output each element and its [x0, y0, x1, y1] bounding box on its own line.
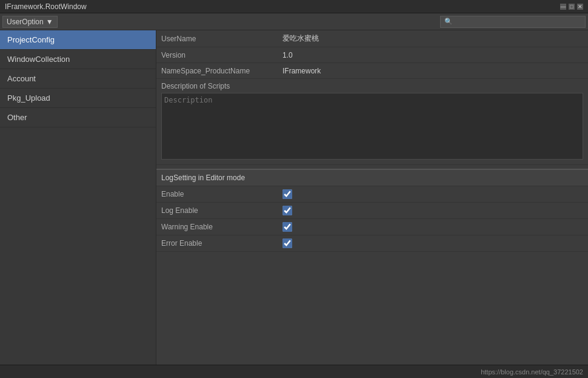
enable-label: Enable	[161, 190, 282, 198]
content-area: UserName 爱吃水蜜桃 Version 1.0 NameSpace_Pro…	[156, 30, 588, 365]
namespace-value: IFramework	[282, 67, 583, 75]
search-input[interactable]	[455, 18, 581, 26]
window-controls: — □ ✕	[560, 4, 583, 10]
log-enable-checkbox-wrapper	[282, 206, 292, 215]
namespace-label: NameSpace_ProductName	[161, 67, 282, 75]
minimize-button[interactable]: —	[560, 4, 566, 10]
username-label: UserName	[161, 35, 282, 43]
sidebar-item-other[interactable]: Other	[0, 108, 156, 127]
description-row: Description of Scripts	[156, 79, 588, 165]
sidebar-item-label: Account	[7, 74, 36, 83]
version-label: Version	[161, 51, 282, 59]
main-layout: ProjectConfig WindowCollection Account P…	[0, 30, 588, 365]
sidebar-item-label: Pkg_Upload	[7, 93, 50, 103]
log-enable-label: Log Enable	[161, 206, 282, 215]
warning-enable-row: Warning Enable	[156, 219, 588, 235]
username-row: UserName 爱吃水蜜桃	[156, 30, 588, 47]
log-section-title: LogSetting in Editor mode	[161, 174, 245, 182]
sidebar-item-label: WindowCollection	[7, 55, 70, 64]
error-enable-label: Error Enable	[161, 239, 282, 248]
warning-enable-checkbox[interactable]	[282, 222, 292, 232]
enable-checkbox-wrapper	[282, 189, 292, 199]
version-row: Version 1.0	[156, 47, 588, 63]
description-label: Description of Scripts	[161, 82, 583, 90]
error-enable-checkbox-wrapper	[282, 238, 292, 248]
enable-row: Enable	[156, 186, 588, 203]
log-enable-row: Log Enable	[156, 203, 588, 219]
sidebar-item-pkg-upload[interactable]: Pkg_Upload	[0, 89, 156, 108]
maximize-button[interactable]: □	[569, 4, 575, 10]
warning-enable-checkbox-wrapper	[282, 222, 292, 232]
dropdown-arrow-icon: ▼	[46, 18, 53, 26]
enable-checkbox[interactable]	[282, 189, 292, 199]
window-title: IFramework.RootWindow	[5, 2, 87, 11]
sidebar-item-project-config[interactable]: ProjectConfig	[0, 30, 156, 50]
log-enable-checkbox[interactable]	[282, 206, 292, 215]
sidebar-item-label: ProjectConfig	[7, 35, 55, 44]
log-section-header: LogSetting in Editor mode	[156, 169, 588, 186]
bottom-url: https://blog.csdn.net/qq_37221502	[481, 368, 583, 376]
bottom-bar: https://blog.csdn.net/qq_37221502	[0, 365, 588, 378]
sidebar-item-label: Other	[7, 113, 27, 122]
search-icon: 🔍	[444, 18, 453, 25]
description-textarea[interactable]	[161, 93, 583, 160]
sidebar: ProjectConfig WindowCollection Account P…	[0, 30, 156, 365]
namespace-row: NameSpace_ProductName IFramework	[156, 63, 588, 79]
username-value: 爱吃水蜜桃	[282, 33, 583, 44]
toolbar: UserOption ▼ 🔍	[0, 13, 588, 30]
sidebar-item-account[interactable]: Account	[0, 69, 156, 89]
close-button[interactable]: ✕	[577, 4, 583, 10]
error-enable-row: Error Enable	[156, 235, 588, 252]
sidebar-item-window-collection[interactable]: WindowCollection	[0, 50, 156, 69]
user-option-dropdown[interactable]: UserOption ▼	[2, 16, 58, 28]
title-bar: IFramework.RootWindow — □ ✕	[0, 0, 588, 13]
warning-enable-label: Warning Enable	[161, 223, 282, 231]
dropdown-label: UserOption	[7, 18, 44, 26]
error-enable-checkbox[interactable]	[282, 238, 292, 248]
version-value: 1.0	[282, 51, 583, 59]
search-box: 🔍	[440, 16, 586, 28]
